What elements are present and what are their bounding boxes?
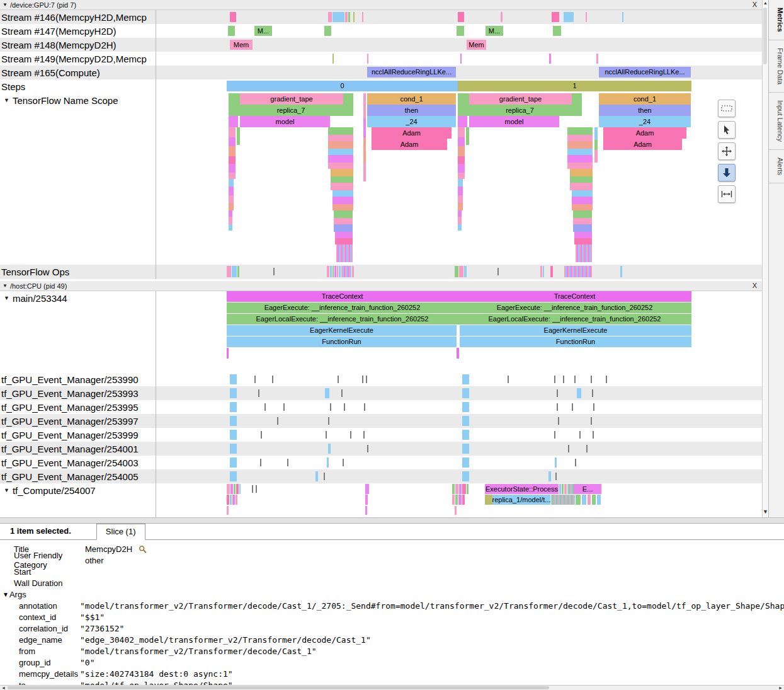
tab-slice[interactable]: Slice (1) bbox=[96, 524, 145, 540]
trace-slice[interactable] bbox=[229, 187, 234, 195]
trace-slice[interactable] bbox=[549, 54, 551, 64]
trace-slice[interactable] bbox=[350, 431, 351, 439]
trace-slice[interactable] bbox=[239, 484, 241, 494]
trace-slice[interactable] bbox=[570, 176, 593, 183]
trace-slice[interactable] bbox=[334, 210, 353, 218]
trace-slice[interactable] bbox=[570, 169, 593, 176]
trace-slice[interactable]: Adam bbox=[603, 127, 686, 139]
trace-slice[interactable] bbox=[582, 495, 586, 505]
trace-slice[interactable] bbox=[230, 471, 237, 481]
trace-slice[interactable] bbox=[229, 137, 236, 146]
trace-slice[interactable]: _24 bbox=[599, 116, 691, 127]
trace-slice[interactable]: then bbox=[367, 105, 456, 116]
trace-slice[interactable] bbox=[462, 416, 469, 426]
trace-slice[interactable]: 1 bbox=[458, 81, 691, 91]
trace-slice[interactable] bbox=[540, 266, 542, 277]
trace-slice[interactable] bbox=[254, 376, 256, 383]
trace-slice[interactable]: FunctionRun bbox=[460, 336, 691, 347]
trace-slice[interactable] bbox=[594, 127, 598, 140]
trace-slice[interactable] bbox=[328, 127, 353, 135]
trace-slice[interactable] bbox=[230, 12, 236, 22]
trace-slice[interactable] bbox=[332, 12, 344, 22]
trace-slice[interactable] bbox=[229, 217, 232, 224]
trace-slice[interactable]: replica_1/model/t... bbox=[492, 495, 550, 505]
trace-slice[interactable] bbox=[570, 183, 593, 190]
trace-slice[interactable] bbox=[227, 266, 231, 277]
trace-slice[interactable] bbox=[334, 266, 336, 277]
scroll-down-icon[interactable]: ▼ bbox=[763, 509, 768, 515]
trace-slice[interactable] bbox=[508, 376, 509, 383]
trace-slice[interactable] bbox=[363, 118, 366, 137]
trace-slice[interactable] bbox=[348, 12, 350, 22]
trace-slice[interactable] bbox=[367, 445, 368, 452]
trace-slice[interactable] bbox=[338, 376, 339, 383]
trace-slice[interactable] bbox=[552, 12, 559, 22]
trace-slice[interactable] bbox=[327, 457, 329, 468]
trace-slice[interactable] bbox=[335, 232, 353, 238]
trace-slice[interactable] bbox=[594, 140, 598, 150]
trace-slice[interactable] bbox=[353, 12, 355, 22]
trace-slice[interactable] bbox=[230, 402, 237, 412]
trace-slice[interactable] bbox=[458, 146, 465, 156]
trace-slice[interactable] bbox=[464, 266, 467, 277]
trace-slice[interactable]: EagerKernelExecute bbox=[460, 325, 691, 336]
trace-slice[interactable] bbox=[343, 93, 353, 105]
trace-slice[interactable] bbox=[335, 238, 353, 244]
trace-slice[interactable] bbox=[234, 484, 236, 494]
trace-slice[interactable] bbox=[577, 388, 581, 398]
side-tab-metrics[interactable]: Metrics bbox=[769, 0, 784, 40]
trace-slice[interactable] bbox=[462, 471, 469, 481]
trace-slice[interactable] bbox=[562, 484, 564, 494]
trace-slice[interactable] bbox=[553, 26, 561, 36]
trace-slice[interactable]: gradient_tape bbox=[240, 93, 343, 105]
trace-slice[interactable] bbox=[256, 485, 257, 493]
trace-slice[interactable] bbox=[458, 495, 462, 505]
trace-slice[interactable] bbox=[341, 389, 343, 397]
timing-tool-button[interactable] bbox=[718, 185, 736, 203]
track-label-tensorflow-name-scope[interactable]: ▼TensorFlow Name Scope bbox=[0, 93, 156, 265]
trace-slice[interactable] bbox=[559, 484, 561, 494]
trace-slice[interactable] bbox=[230, 457, 237, 468]
trace-slice[interactable] bbox=[462, 495, 465, 505]
trace-slice[interactable] bbox=[455, 495, 458, 505]
trace-slice[interactable] bbox=[594, 150, 598, 163]
trace-slice[interactable] bbox=[462, 430, 469, 440]
trace-slice[interactable]: gradient_tape bbox=[469, 93, 572, 105]
trace-slice[interactable] bbox=[230, 444, 237, 454]
trace-slice[interactable]: replica_7 bbox=[458, 105, 582, 116]
trace-slice[interactable] bbox=[564, 484, 567, 494]
zoom-tool-button[interactable] bbox=[718, 164, 736, 181]
trace-slice[interactable] bbox=[260, 459, 261, 466]
trace-slice[interactable]: Adam bbox=[372, 139, 447, 150]
trace-slice[interactable] bbox=[568, 445, 569, 452]
trace-slice[interactable] bbox=[345, 12, 348, 22]
trace-slice[interactable] bbox=[227, 495, 229, 505]
trace-slice[interactable] bbox=[574, 376, 576, 383]
trace-slice[interactable] bbox=[230, 388, 237, 398]
trace-slice[interactable] bbox=[230, 484, 233, 494]
trace-slice[interactable] bbox=[332, 54, 334, 64]
trace-slice[interactable] bbox=[229, 127, 236, 137]
trace-slice[interactable] bbox=[367, 54, 368, 64]
trace-slice[interactable] bbox=[229, 116, 238, 127]
args-section-header[interactable]: ▼ Args bbox=[0, 589, 784, 600]
side-tab-input-latency[interactable]: Input Latency bbox=[769, 93, 784, 150]
trace-slice[interactable] bbox=[272, 376, 273, 383]
trace-slice[interactable] bbox=[362, 12, 363, 22]
trace-slice[interactable] bbox=[237, 266, 239, 277]
trace-slice[interactable] bbox=[230, 374, 237, 384]
vertical-scrollbar[interactable]: ▲ ▼ bbox=[762, 0, 768, 517]
trace-slice[interactable] bbox=[337, 266, 338, 277]
trace-slice[interactable] bbox=[328, 444, 331, 454]
trace-slice[interactable] bbox=[575, 459, 576, 466]
trace-slice[interactable] bbox=[459, 266, 463, 277]
scroll-up-icon[interactable]: ▲ bbox=[763, 1, 768, 5]
trace-slice[interactable] bbox=[332, 266, 334, 277]
trace-slice[interactable] bbox=[588, 495, 591, 505]
trace-slice[interactable] bbox=[563, 376, 564, 383]
trace-slice[interactable] bbox=[543, 266, 544, 277]
trace-slice[interactable] bbox=[327, 266, 329, 277]
trace-slice[interactable] bbox=[458, 156, 465, 164]
trace-slice[interactable] bbox=[236, 495, 237, 505]
trace-slice[interactable] bbox=[458, 203, 463, 210]
